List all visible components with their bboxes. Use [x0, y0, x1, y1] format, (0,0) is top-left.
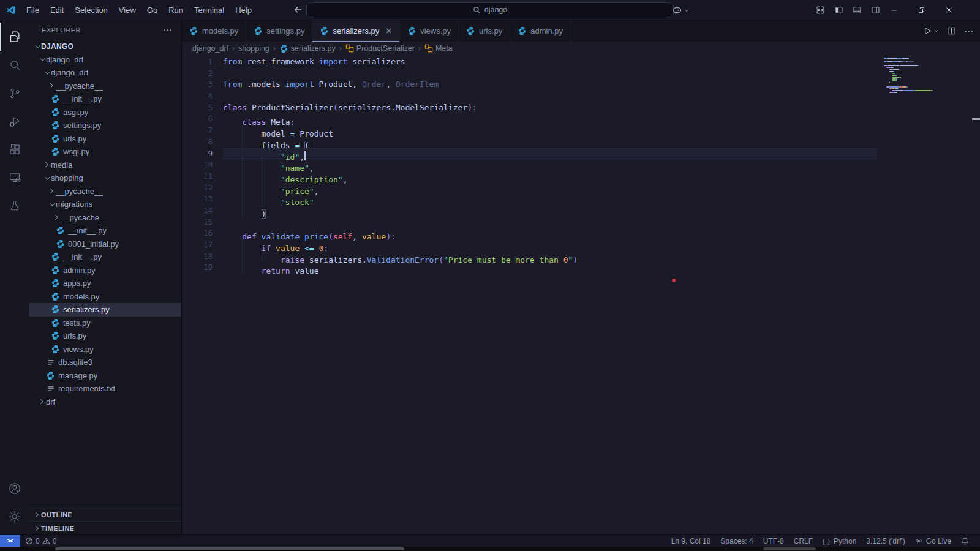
code-line-19[interactable]: 19 return value — [182, 262, 980, 274]
toggle-secondary-sidebar-icon[interactable] — [871, 6, 880, 15]
activity-testing[interactable] — [0, 192, 29, 220]
status-notifications[interactable] — [956, 537, 974, 545]
customize-layout-icon[interactable] — [816, 6, 825, 15]
code-line-8[interactable]: 8 fields = ( — [182, 137, 980, 148]
code-line-2[interactable]: 2 — [182, 68, 980, 80]
explorer-more-actions-icon[interactable]: ⋯ — [163, 24, 173, 36]
code-line-9[interactable]: 9 "id", — [182, 148, 980, 160]
tree-item-migrations[interactable]: migrations — [29, 198, 181, 211]
tree-item-__pycache__[interactable]: __pycache__ — [29, 211, 181, 225]
code-line-11[interactable]: 11 "description", — [182, 171, 980, 182]
tree-item-manage.py[interactable]: manage.py — [29, 369, 181, 383]
menu-selection[interactable]: Selection — [69, 6, 113, 15]
tree-item-wsgi.py[interactable]: wsgi.py — [29, 145, 181, 159]
status-python-interpreter[interactable]: 3.12.5 ('drf') — [861, 537, 910, 545]
remote-indicator[interactable]: >< — [0, 535, 20, 547]
status-indentation[interactable]: Spaces: 4 — [715, 537, 758, 545]
tree-item-views.py[interactable]: views.py — [29, 343, 181, 356]
breadcrumb-serializers.py[interactable]: serializers.py — [279, 44, 336, 53]
status-eol[interactable]: CRLF — [789, 537, 818, 545]
tree-item-__pycache__[interactable]: __pycache__ — [29, 185, 181, 198]
tree-item-asgi.py[interactable]: asgi.py — [29, 106, 181, 119]
menu-run[interactable]: Run — [163, 6, 189, 15]
back-arrow-icon[interactable] — [292, 5, 305, 15]
tree-item-__pycache__[interactable]: __pycache__ — [29, 80, 181, 93]
tree-item-0001_initial.py[interactable]: 0001_initial.py — [29, 238, 181, 251]
activity-run-debug[interactable] — [0, 107, 29, 135]
breadcrumb-django_drf[interactable]: django_drf — [192, 44, 228, 53]
section-timeline[interactable]: TIMELINE — [29, 521, 181, 534]
code-line-13[interactable]: 13 "stock" — [182, 193, 980, 205]
menu-terminal[interactable]: Terminal — [189, 6, 230, 15]
status-go-live[interactable]: Go Live — [910, 537, 956, 545]
tree-item-__init__.py[interactable]: __init__.py — [29, 224, 181, 238]
copilot-menu[interactable] — [672, 0, 690, 20]
minimize-icon[interactable] — [880, 0, 908, 20]
split-editor-icon[interactable] — [947, 26, 956, 36]
activity-extensions[interactable] — [0, 135, 29, 163]
tab-views.py[interactable]: views.py — [400, 20, 459, 42]
status-encoding[interactable]: UTF-8 — [758, 537, 789, 545]
close-tab-icon[interactable]: ✕ — [385, 26, 392, 36]
tree-item-urls.py[interactable]: urls.py — [29, 132, 181, 146]
tree-item-media[interactable]: media — [29, 159, 181, 172]
menu-go[interactable]: Go — [141, 6, 163, 15]
status-language-mode[interactable]: { }Python — [818, 537, 861, 545]
section-outline[interactable]: OUTLINE — [29, 508, 181, 521]
code-line-7[interactable]: 7 model = Product — [182, 125, 980, 137]
tab-urls.py[interactable]: urls.py — [459, 20, 510, 42]
status-cursor-position[interactable]: Ln 9, Col 18 — [666, 537, 716, 545]
tree-item-serializers.py[interactable]: serializers.py — [29, 303, 181, 317]
code-line-5[interactable]: 5 class ProductSerializer(serializers.Mo… — [182, 102, 980, 114]
tree-item-admin.py[interactable]: admin.py — [29, 264, 181, 277]
tree-item-tests.py[interactable]: tests.py — [29, 317, 181, 330]
tree-item-django_drf[interactable]: django_drf — [29, 53, 181, 67]
code-line-10[interactable]: 10 "name", — [182, 159, 980, 171]
tree-item-__init__.py[interactable]: __init__.py — [29, 92, 181, 106]
tab-settings.py[interactable]: settings.py — [246, 20, 312, 42]
tab-admin.py[interactable]: admin.py — [510, 20, 571, 42]
menu-edit[interactable]: Edit — [45, 6, 69, 15]
code-line-15[interactable]: 15 — [182, 217, 980, 228]
breadcrumb-Meta[interactable]: Meta — [424, 44, 453, 53]
code-line-6[interactable]: 6 class Meta: — [182, 113, 980, 125]
activity-remote-explorer[interactable] — [0, 163, 29, 192]
minimap[interactable] — [884, 57, 963, 94]
close-icon[interactable] — [935, 0, 963, 20]
tree-item-requirements.txt[interactable]: requirements.txt — [29, 382, 181, 395]
activity-search[interactable] — [0, 51, 29, 79]
toggle-primary-sidebar-icon[interactable] — [834, 6, 843, 15]
menu-help[interactable]: Help — [230, 6, 257, 15]
code-line-16[interactable]: 16 def validate_price(self, value): — [182, 228, 980, 239]
tree-item-db.sqlite3[interactable]: db.sqlite3 — [29, 356, 181, 369]
code-line-12[interactable]: 12 "price", — [182, 182, 980, 194]
code-line-1[interactable]: 1 from rest_framework import serializers — [182, 56, 980, 68]
code-line-14[interactable]: 14 ) — [182, 205, 980, 217]
code-line-17[interactable]: 17 if value <= 0: — [182, 239, 980, 251]
tab-serializers.py[interactable]: serializers.py✕ — [312, 20, 400, 42]
code-editor[interactable]: 1 from rest_framework import serializers… — [182, 55, 980, 534]
tree-item-settings.py[interactable]: settings.py — [29, 119, 181, 132]
tree-item-apps.py[interactable]: apps.py — [29, 277, 181, 290]
activity-explorer[interactable] — [0, 23, 29, 51]
code-line-3[interactable]: 3 from .models import Product, Order, Or… — [182, 79, 980, 91]
run-python-file-icon[interactable] — [923, 26, 939, 36]
problems-indicator[interactable]: 0 0 — [20, 537, 61, 545]
activity-accounts[interactable] — [0, 474, 29, 503]
tree-item-django_drf[interactable]: django_drf — [29, 66, 181, 80]
menu-view[interactable]: View — [113, 6, 141, 15]
tree-item-__init__.py[interactable]: __init__.py — [29, 250, 181, 264]
tab-models.py[interactable]: models.py — [182, 20, 246, 42]
tree-item-drf[interactable]: drf — [29, 395, 181, 409]
breadcrumb-shopping[interactable]: shopping — [238, 44, 270, 53]
command-center-search[interactable]: django — [306, 2, 674, 17]
tree-item-shopping[interactable]: shopping — [29, 171, 181, 185]
code-line-18[interactable]: 18 raise serializers.ValidationError("Pr… — [182, 251, 980, 263]
tree-root[interactable]: DJANGO — [29, 40, 181, 53]
menu-file[interactable]: File — [21, 6, 45, 15]
toggle-panel-icon[interactable] — [853, 6, 862, 15]
tree-item-urls.py[interactable]: urls.py — [29, 329, 181, 343]
more-actions-icon[interactable]: ⋯ — [964, 26, 974, 37]
tree-item-models.py[interactable]: models.py — [29, 290, 181, 304]
activity-source-control[interactable] — [0, 79, 29, 107]
